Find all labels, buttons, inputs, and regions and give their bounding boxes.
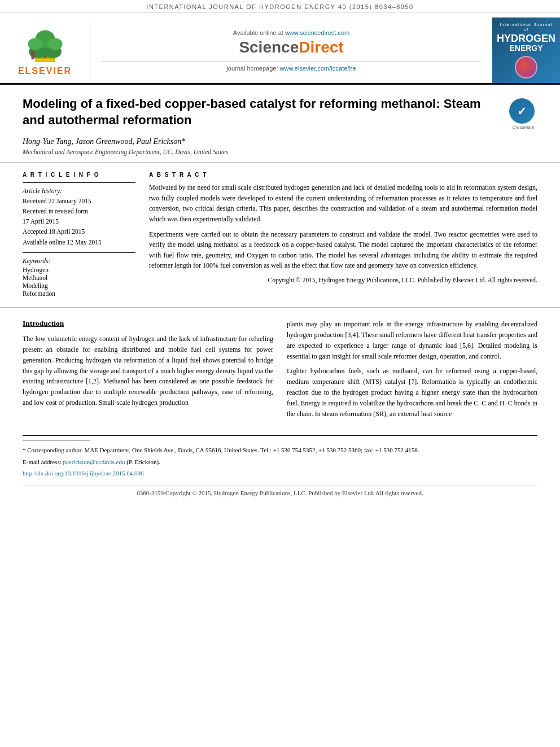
right-column: plants may play an important role in the… [287, 319, 537, 425]
svg-point-5 [28, 38, 42, 50]
abstract-copyright: Copyright © 2015, Hydrogen Energy Public… [149, 276, 537, 285]
article-info-heading: A R T I C L E I N F O [23, 172, 135, 178]
crossmark-badge: ✓ CrossMark [509, 98, 537, 130]
header-area: ELSEVIER Available online at www.science… [0, 13, 560, 85]
history-item-2: Received in revised form [23, 207, 135, 216]
intro-para-1: The low volumetric energy content of hyd… [23, 334, 273, 409]
elsevier-tree-icon [17, 24, 73, 64]
history-item-1: Received 22 January 2015 [23, 196, 135, 206]
history-label: Article history: [23, 187, 135, 194]
keyword-2: Methanol [23, 274, 135, 281]
sciencedirect-url[interactable]: www.sciencedirect.com [285, 29, 349, 36]
info-divider [23, 182, 135, 183]
elsevier-logo: ELSEVIER [0, 18, 90, 83]
keyword-3: Modeling [23, 282, 135, 289]
keywords-label: Keywords: [23, 257, 135, 264]
left-column: Introduction The low volumetric energy c… [23, 319, 273, 425]
footnote-doi: http://dx.doi.org/10.1016/j.ijhydene.201… [23, 469, 537, 479]
hj-hydrogen-text: HYDROGEN [497, 33, 555, 43]
elsevier-brand: ELSEVIER [18, 66, 72, 76]
footnote-rule [23, 440, 90, 441]
introduction-text: The low volumetric energy content of hyd… [23, 334, 273, 409]
abstract-section: A B S T R A C T Motivated by the need fo… [149, 172, 537, 298]
right-column-text: plants may play an important role in the… [287, 319, 537, 420]
email-link[interactable]: paerickson@ucdavis.edu [63, 458, 125, 465]
right-para-2: Lighter hydrocarbon fuels, such as metha… [287, 366, 537, 420]
journal-url[interactable]: www.elsevier.com/locate/he [280, 65, 356, 72]
doi-link[interactable]: http://dx.doi.org/10.1016/j.ijhydene.201… [23, 470, 144, 477]
abstract-text: Motivated by the need for small scale di… [149, 182, 537, 285]
history-item-4: Accepted 18 April 2015 [23, 227, 135, 236]
introduction-title: Introduction [23, 319, 273, 328]
bottom-copyright: 0360-3199/Copyright © 2015, Hydrogen Ene… [23, 486, 537, 496]
svg-point-6 [47, 38, 62, 50]
keywords-divider [23, 252, 135, 253]
history-item-3: 17 April 2015 [23, 217, 135, 226]
hydrogen-journal-cover: International Journal of HYDROGEN ENERGY [492, 18, 560, 83]
footnote-corresponding: * Corresponding author. MAE Department, … [23, 445, 537, 456]
sciencedirect-logo: ScienceDirect [239, 38, 343, 56]
title-block: Modeling of a fixed-bed copper-based cat… [23, 96, 498, 155]
main-content: Introduction The low volumetric energy c… [0, 308, 560, 436]
article-title: Modeling of a fixed-bed copper-based cat… [23, 96, 498, 128]
crossmark-icon: ✓ [509, 98, 535, 124]
abstract-para-1: Motivated by the need for small scale di… [149, 182, 537, 224]
journal-homepage: journal homepage: www.elsevier.com/locat… [102, 61, 481, 72]
svg-rect-8 [36, 59, 54, 61]
authors: Hong-Yue Tang, Jason Greenwood, Paul Eri… [23, 137, 498, 146]
available-online-text: Available online at www.sciencedirect.co… [233, 29, 349, 36]
footnote-email: E-mail address: paerickson@ucdavis.edu (… [23, 457, 537, 468]
footnotes: * Corresponding author. MAE Department, … [23, 435, 537, 479]
affiliation: Mechanical and Aerospace Engineering Dep… [23, 148, 498, 155]
abstract-para-2: Experiments were carried out to obtain t… [149, 229, 537, 271]
crossmark-label: CrossMark [509, 125, 537, 130]
svg-rect-10 [31, 55, 34, 59]
article-title-area: Modeling of a fixed-bed copper-based cat… [0, 85, 560, 163]
svg-point-9 [30, 50, 35, 55]
journal-bar: INTERNATIONAL JOURNAL OF HYDROGEN ENERGY… [0, 0, 560, 13]
header-center: Available online at www.sciencedirect.co… [90, 18, 492, 83]
history-item-5: Available online 12 May 2015 [23, 238, 135, 247]
keyword-1: Hydrogen [23, 267, 135, 273]
keyword-4: Reformation [23, 290, 135, 297]
right-para-1: plants may play an important role in the… [287, 319, 537, 362]
article-info: A R T I C L E I N F O Article history: R… [23, 172, 135, 298]
hj-intl-text: International Journal of [497, 22, 555, 32]
abstract-heading: A B S T R A C T [149, 172, 537, 178]
hj-circle-graphic [515, 56, 537, 78]
hj-energy-text: ENERGY [509, 43, 542, 53]
article-body: A R T I C L E I N F O Article history: R… [0, 163, 560, 307]
